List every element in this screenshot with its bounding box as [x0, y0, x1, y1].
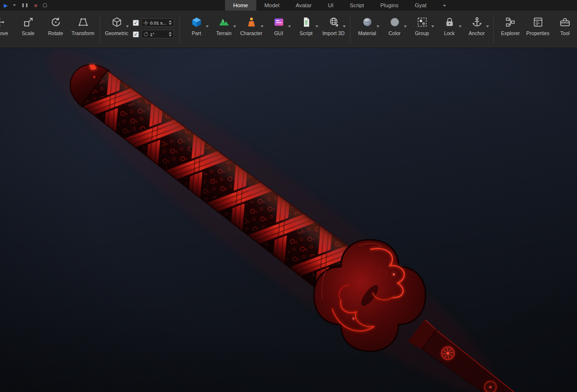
ribbon-button-geometric[interactable]: Geometric — [103, 13, 130, 46]
move-snap-icon — [143, 20, 149, 25]
ribbon-button-gui[interactable]: GUI — [265, 13, 292, 46]
play-icon[interactable]: ▶ — [4, 3, 8, 8]
ribbon-button-toolbox[interactable]: Tool — [552, 13, 577, 46]
rotate-snap-value: 1° — [150, 32, 167, 37]
ribbon-label-character: Character — [240, 31, 262, 36]
ribbon-divider — [179, 15, 180, 43]
ribbon-button-move[interactable]: ove — [0, 13, 14, 46]
ribbon-label-script: Script — [300, 31, 313, 36]
move-snap-field[interactable]: 0.01 s... — [141, 18, 174, 27]
import3d-dropdown-caret-icon[interactable] — [343, 25, 346, 27]
play-dropdown-caret-icon[interactable] — [13, 4, 16, 6]
snap-settings: ✓ 0.01 s... ✓ 1° — [130, 18, 176, 38]
ribbon-label-terrain: Terrain — [216, 31, 231, 36]
ribbon-label-import3d: Import 3D — [322, 31, 344, 36]
ribbon-button-group[interactable]: Group — [408, 13, 436, 46]
ribbon-label-part: Part — [192, 31, 201, 36]
ribbon-label-anchor: Anchor — [469, 31, 485, 36]
record-icon[interactable]: ■ — [34, 3, 38, 8]
script-dropdown-caret-icon[interactable] — [315, 25, 318, 27]
ribbon-button-part[interactable]: Part — [183, 13, 210, 46]
geometric-dropdown-caret-icon[interactable] — [126, 25, 129, 27]
ribbon-button-script[interactable]: Script — [292, 13, 320, 46]
scale-icon — [22, 16, 35, 28]
step-up-icon[interactable] — [169, 32, 172, 34]
ribbon-button-color[interactable]: Color — [381, 13, 408, 46]
ribbon-label-explorer: Explorer — [501, 31, 520, 36]
character-icon — [245, 16, 258, 28]
rotate-snap-stepper — [168, 31, 172, 37]
gui-dropdown-caret-icon[interactable] — [288, 25, 291, 27]
stop-icon[interactable]: ▢ — [43, 3, 47, 8]
pause-icon[interactable]: ❚❚ — [21, 3, 28, 7]
ribbon-divider — [350, 15, 351, 43]
ribbon-tab-strip: Home Model Avatar UI Script Plugins Gyat… — [225, 0, 454, 11]
tab-plugins[interactable]: Plugins — [372, 0, 407, 11]
ribbon-button-anchor[interactable]: Anchor — [463, 13, 490, 46]
move-snap-checkbox[interactable]: ✓ — [133, 20, 139, 26]
ribbon-button-scale[interactable]: Scale — [14, 13, 42, 46]
ribbon-button-lock[interactable]: Lock — [436, 13, 463, 46]
explorer-icon — [504, 16, 517, 28]
viewport-3d[interactable] — [0, 48, 577, 392]
material-dropdown-caret-icon[interactable] — [376, 25, 379, 27]
tab-model[interactable]: Model — [256, 0, 288, 11]
toolbox-icon — [559, 16, 571, 28]
gui-icon — [273, 16, 285, 28]
viewport-canvas[interactable] — [0, 48, 577, 392]
material-icon — [361, 16, 374, 28]
ribbon-divider — [100, 15, 100, 43]
ribbon-button-transform[interactable]: Transform — [69, 13, 97, 46]
import-3d-icon — [327, 16, 340, 28]
playback-controls: ▶ ❚❚ ■ ▢ — [0, 3, 47, 8]
step-down-icon[interactable] — [169, 23, 172, 25]
rotate-icon — [50, 16, 62, 28]
move-snap-stepper — [168, 20, 172, 25]
move-snap-value: 0.01 s... — [150, 20, 167, 25]
ribbon-label-lock: Lock — [444, 31, 454, 36]
ribbon-button-properties[interactable]: Properties — [524, 13, 552, 46]
ribbon-label-material: Material — [358, 31, 376, 36]
group-dropdown-caret-icon[interactable] — [431, 25, 434, 27]
terrain-icon — [218, 16, 230, 28]
lock-dropdown-caret-icon[interactable] — [459, 25, 462, 27]
ribbon-label-transform: Transform — [72, 31, 94, 36]
rotate-snap-icon — [143, 32, 149, 37]
ribbon-button-rotate[interactable]: Rotate — [42, 13, 69, 46]
lock-icon — [443, 16, 456, 28]
tab-ui[interactable]: UI — [320, 0, 342, 11]
tab-script[interactable]: Script — [342, 0, 372, 11]
ribbon-label-gui: GUI — [274, 31, 283, 36]
ribbon-button-import3d[interactable]: Import 3D — [320, 13, 347, 46]
ribbon-toolbar: ove Scale Rotate Transform Geometric ✓ — [0, 11, 577, 48]
anchor-dropdown-caret-icon[interactable] — [486, 25, 489, 27]
ribbon-button-explorer[interactable]: Explorer — [497, 13, 524, 46]
tab-gyat[interactable]: Gyat — [407, 0, 435, 11]
ribbon-button-terrain[interactable]: Terrain — [210, 13, 238, 46]
script-icon — [300, 16, 313, 28]
ribbon-button-character[interactable]: Character — [238, 13, 265, 46]
ribbon-button-material[interactable]: Material — [353, 13, 381, 46]
rotate-snap-field[interactable]: 1° — [141, 30, 174, 38]
step-down-icon[interactable] — [169, 35, 172, 37]
part-icon — [190, 16, 203, 28]
rotate-snap-checkbox[interactable]: ✓ — [133, 31, 139, 38]
tab-add[interactable]: + — [435, 0, 454, 11]
ribbon-label-geometric: Geometric — [105, 31, 128, 36]
anchor-icon — [471, 16, 483, 28]
color-dropdown-caret-icon[interactable] — [404, 25, 407, 27]
ribbon-label-scale: Scale — [22, 31, 34, 36]
terrain-dropdown-caret-icon[interactable] — [233, 25, 236, 27]
ribbon-label-move: ove — [0, 31, 8, 36]
tab-home[interactable]: Home — [225, 0, 256, 11]
ribbon-divider — [493, 15, 494, 43]
character-dropdown-caret-icon[interactable] — [261, 25, 263, 27]
ribbon-label-properties: Properties — [527, 31, 550, 36]
titlebar: ▶ ❚❚ ■ ▢ Home Model Avatar UI Script Plu… — [0, 0, 577, 11]
move-icon — [0, 16, 6, 28]
step-up-icon[interactable] — [169, 20, 172, 22]
part-dropdown-caret-icon[interactable] — [206, 25, 209, 27]
move-snap-row: ✓ 0.01 s... — [133, 18, 174, 27]
tab-avatar[interactable]: Avatar — [288, 0, 320, 11]
ribbon-label-group: Group — [415, 31, 429, 36]
